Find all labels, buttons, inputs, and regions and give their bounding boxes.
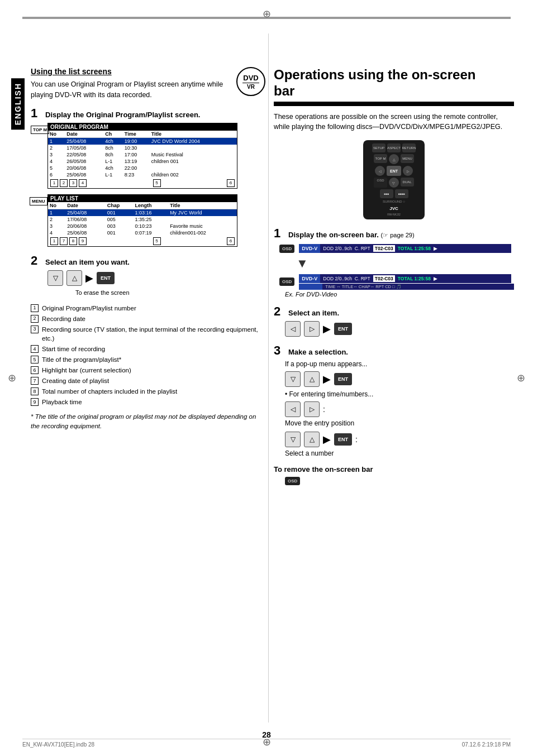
osd-play2: ▶ — [434, 276, 437, 281]
right-btn[interactable]: ▷ — [403, 166, 413, 176]
legend-item-6: 6 Highlight bar (current selection) — [31, 366, 265, 375]
op-row-1: 1 25/04/08 4ch 19:00 JVC DVD World 2004 — [48, 137, 237, 145]
ent-button[interactable]: ENT — [97, 272, 115, 284]
down-btn3[interactable]: ▽ — [285, 432, 301, 447]
pl-num-boxes: 1 7 8 9 5 6 — [48, 236, 237, 246]
arrow-indicator2: ▶ — [323, 323, 331, 335]
right-step3-controls: ▽ △ ▶ ENT — [285, 371, 514, 387]
remote-row-2: TOP M △ MENU — [374, 154, 414, 164]
up-btn2[interactable]: △ — [304, 371, 320, 387]
ent-button4[interactable]: ENT — [334, 433, 352, 446]
legend-text-1: Original Program/Playlist number — [42, 304, 136, 313]
right-step3-num: 3 — [274, 344, 284, 357]
colon2: : — [355, 435, 358, 444]
lr-btn-row: ◁ ▷ : — [285, 401, 514, 417]
right-step3-header: 3 Make a selection. — [274, 344, 514, 357]
left-btn[interactable]: ◁ — [375, 166, 385, 176]
pl-row-3: 3 20/06/08 003 0:10:23 Favorite music — [48, 223, 237, 229]
osd-after-row: OSD DVD-V DOD 2/0..9ch C. RPT T02-C03 TO… — [279, 273, 514, 290]
op-num-boxes: 1 2 3 4 5 6 — [48, 178, 237, 188]
heading-row: Using the list screens DVD VR — [31, 67, 265, 76]
ent-button3[interactable]: ENT — [334, 373, 352, 385]
osd-before-btn[interactable]: OSD — [279, 245, 294, 253]
op-row-2: 2 17/05/08 8ch 10:30 — [48, 145, 237, 151]
legend: 1 Original Program/Playlist number 2 Rec… — [31, 304, 265, 407]
down-btn2[interactable]: ▽ — [285, 371, 301, 387]
osd-after-btn[interactable]: OSD — [279, 277, 294, 286]
dvd-text: DVD — [243, 74, 258, 82]
remote-row-4: OSD ▽ DUAL — [374, 178, 413, 188]
legend-item-8: 8 Total number of chapters included in t… — [31, 387, 265, 396]
remote-row-1: SETUP ASPECT RETURN — [372, 143, 416, 152]
osd-btn[interactable]: OSD — [374, 178, 387, 188]
remote-control: SETUP ASPECT RETURN TOP M △ MENU ◁ ENT ▷… — [363, 140, 425, 219]
legend-item-7: 7 Creating date of playlist — [31, 376, 265, 385]
legend-item-1: 1 Original Program/Playlist number — [31, 304, 265, 313]
up-arrow-btn[interactable]: △ — [66, 270, 82, 286]
pl-num-1: 1 — [50, 237, 58, 245]
down-arrow-btn[interactable]: ▽ — [47, 270, 63, 286]
ops-title-bar — [274, 102, 514, 106]
arrow-indicator3: ▶ — [323, 373, 331, 385]
enter-btn2[interactable]: ■■■ — [380, 189, 393, 198]
menu-btn[interactable]: MENU — [401, 154, 414, 163]
left-btn2[interactable]: ◁ — [285, 401, 301, 417]
original-program-container: TOP M ORIGINAL PROGRAM No Date Ch Time T… — [47, 123, 265, 189]
setup-btn[interactable]: SETUP — [372, 143, 386, 152]
pl-row-2: 2 17/06/08 005 1:35:25 — [48, 216, 237, 223]
down-btn[interactable]: ▽ — [389, 178, 399, 188]
osd-after-bar-top: DVD-V DOD 2/0..9ch C. RPT T02-C03 TOTAL … — [299, 274, 511, 283]
right-btn2[interactable]: ▷ — [304, 401, 320, 417]
right-step2-controls: ◁ ▷ ▶ ENT — [285, 321, 514, 337]
right-step2-header: 2 Select an item. — [274, 305, 514, 318]
pl-num-7: 7 — [60, 237, 68, 245]
return-btn[interactable]: RETURN — [402, 143, 416, 152]
original-program-title: ORIGINAL PROGRAM — [48, 123, 237, 131]
left-arrow-btn[interactable]: ◁ — [285, 321, 301, 337]
pl-col-length: Length — [133, 202, 168, 209]
pl-num-8: 8 — [69, 237, 77, 245]
colon1: : — [323, 405, 325, 414]
osd-main-after: DOD 2/0..9ch C. RPT T02-C03 TOTAL 1:25:5… — [320, 274, 511, 283]
remove-osd-btn[interactable]: OSD — [285, 477, 300, 485]
osd-main-before: DOD 2/0..9ch C. RPT T02-C03 TOTAL 1:25:5… — [320, 244, 511, 253]
ent-remote-btn[interactable]: ENT — [387, 166, 401, 176]
left-column: Using the list screens DVD VR You can us… — [31, 67, 265, 430]
topm-btn[interactable]: TOP M — [374, 154, 387, 163]
remote-container: SETUP ASPECT RETURN TOP M △ MENU ◁ ENT ▷… — [274, 140, 514, 219]
move-text: Move the entry position — [285, 419, 514, 427]
step2: 2 Select an item you want. ▽ △ ▶ ENT To … — [31, 255, 265, 296]
up-btn3[interactable]: △ — [304, 432, 320, 447]
dual-btn[interactable]: DUAL — [401, 178, 414, 186]
original-program-header-row: No Date Ch Time Title — [48, 131, 237, 138]
col-title: Title — [150, 131, 237, 138]
ops-title-line2: bar — [274, 83, 294, 98]
legend-text-2: Recording date — [42, 314, 85, 323]
right-arrow-btn[interactable]: ▷ — [304, 321, 320, 337]
num-box-2: 2 — [60, 179, 68, 187]
right-step3: 3 Make a selection. If a pop-up menu app… — [274, 344, 514, 457]
col-date: Date — [65, 131, 103, 138]
num-box-6: 6 — [227, 179, 235, 187]
footnote: * The title of the original program or p… — [31, 412, 265, 430]
playlist-title: PLAY LIST — [48, 195, 237, 202]
ent-button2[interactable]: ENT — [334, 323, 352, 335]
step2-title: Select an item you want. — [45, 258, 130, 266]
vr-text: VR — [247, 84, 255, 90]
step1-num: 1 — [31, 107, 41, 119]
legend-item-3: 3 Recording source (TV station, the inpu… — [31, 325, 265, 343]
crosshair-top — [263, 8, 271, 20]
right-step3-title: Make a selection. — [288, 348, 348, 356]
dvd-badge: DVD VR — [236, 67, 265, 96]
osd-after-bars: DVD-V DOD 2/0..9ch C. RPT T02-C03 TOTAL … — [299, 273, 514, 290]
osd-before-bar: DVD-V DOD 2/0..9ch C. RPT T02-C03 TOTAL … — [299, 244, 511, 253]
legend-text-5: Title of the program/playlist* — [42, 355, 121, 364]
osd-before-row: OSD DVD-V DOD 2/0..9ch C. RPT T02-C03 TO… — [279, 243, 514, 254]
up-btn[interactable]: △ — [389, 154, 399, 164]
legend-text-7: Creating date of playlist — [42, 376, 109, 385]
number-btns[interactable]: ■■■■ — [395, 189, 408, 198]
aspect-btn[interactable]: ASPECT — [387, 143, 401, 152]
step1-title: Display the Original Program/Playlist sc… — [45, 111, 200, 119]
crosshair-right — [517, 372, 525, 384]
col-time: Time — [123, 131, 150, 138]
